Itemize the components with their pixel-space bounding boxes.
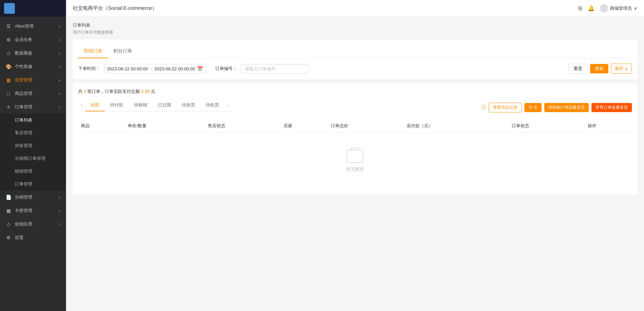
col-paid: 实付款（元）: [404, 119, 509, 133]
sidebar-item-promo[interactable]: ◇ 促销应用 ∨: [0, 217, 66, 231]
expand-button[interactable]: 展开 ∨: [611, 64, 632, 74]
status-tab-all[interactable]: 全部: [85, 99, 105, 111]
dashboard-icon: ◇: [5, 50, 11, 56]
chevron-down-expand-icon: ∨: [625, 66, 628, 71]
status-tabs: ‹ 全部 待付款 待核销 已过期 待发货 待收货 ›: [78, 99, 231, 111]
summary-suffix: 元: [151, 89, 155, 94]
sidebar-item-albot[interactable]: ☰ Albot管理 ∨: [0, 20, 66, 33]
submenu-item-cancel[interactable]: 核销管理: [0, 165, 66, 178]
sidebar-item-supply[interactable]: ▦ 供货管理 ∨: [0, 73, 66, 87]
distribution-icon: 📄: [5, 195, 11, 200]
status-tabs-next-btn[interactable]: ›: [224, 101, 231, 109]
user-menu[interactable]: 商城管理员 ∨: [600, 4, 637, 12]
col-after-sale: 售后状态: [205, 119, 281, 133]
date-start: 2023-06-22 00:00:00: [107, 66, 148, 71]
card-icon: ▦: [5, 208, 11, 213]
table-header: 商品 单价/数量 售后状态 买家 订单总价 实付款（元） 订单状态 操作: [78, 119, 632, 133]
order-count: 0: [84, 89, 86, 94]
date-end: 2023-09-22 00:00:00: [154, 66, 195, 71]
submenu-item-order-manage[interactable]: 订单管理: [0, 178, 66, 191]
chevron-down-icon-3: ∨: [58, 51, 61, 55]
chevron-down-icon-5: ∨: [58, 78, 61, 82]
empty-row: 暂无数据: [78, 133, 632, 189]
tab-marketing[interactable]: 营销订单: [78, 45, 108, 58]
order-table: 商品 单价/数量 售后状态 买家 订单总价 实付款（元） 订单状态 操作: [78, 119, 632, 189]
status-tab-expired[interactable]: 已过期: [153, 99, 176, 111]
sidebar-item-distribution-label: 分销管理: [15, 194, 32, 200]
calendar-icon: 📅: [197, 66, 203, 71]
content-area: 订单列表 用户订单详尽数据查看 营销订单 积分订单 下单时间： 2023-06-…: [66, 17, 644, 311]
sidebar-item-custom[interactable]: 🎨 个性装修 ∨: [0, 60, 66, 73]
order-no-label: 订单编号：: [215, 66, 237, 72]
tab-points[interactable]: 积分订单: [108, 45, 137, 58]
product-icon: □: [5, 91, 11, 96]
username: 商城管理员: [610, 5, 632, 11]
date-label: 下单时间：: [78, 66, 100, 72]
col-unit-qty: 单价/数量: [125, 119, 205, 133]
status-tab-pending-audit[interactable]: 待核销: [129, 99, 153, 111]
chevron-down-icon-9: ∨: [58, 222, 61, 226]
grid-icon[interactable]: ⊞: [578, 5, 582, 11]
sidebar-logo-icon: [4, 3, 15, 14]
info-icon: ⓘ: [481, 104, 486, 110]
member-icon: ⚙: [5, 37, 11, 42]
sidebar-item-product[interactable]: □ 商品管理 ∨: [0, 87, 66, 100]
chevron-down-icon-7: ∨: [58, 196, 61, 199]
col-action: 操作: [585, 119, 632, 133]
sidebar: 社交电商平台（Social E-commerce） ☰ Albot管理 ∨ ⚙ …: [0, 0, 66, 311]
app-title: 社交电商平台（Social E-commerce）: [73, 5, 157, 11]
col-product: 商品: [78, 119, 125, 133]
sidebar-item-card[interactable]: ▦ 卡密管理 ∨: [0, 204, 66, 217]
status-tab-pending-pay[interactable]: 待付款: [105, 99, 129, 111]
albot-icon: ☰: [5, 24, 11, 29]
order-list-card: 共 0 笔订单，订单实际支付总额 0.00 元 ‹ 全部 待付款 待核销 已过期…: [73, 83, 637, 195]
avatar: [600, 4, 608, 12]
promo-icon: ◇: [5, 221, 11, 227]
date-range-picker[interactable]: 2023-06-22 00:00:00 ~ 2023-09-22 00:00:0…: [104, 64, 206, 73]
submenu-item-after-sale[interactable]: 售后管理: [0, 127, 66, 139]
status-tab-pending-ship[interactable]: 待发货: [176, 99, 200, 111]
order-submenu: 订单列表 售后管理 评价管理 分销商订单管理 核销管理 订单管理: [0, 114, 66, 191]
summary-middle: 笔订单，订单实际支付总额: [87, 89, 140, 94]
empty-state: 暂无数据: [81, 136, 629, 186]
order-no-input[interactable]: [241, 64, 309, 73]
topbar: 社交电商平台（Social E-commerce） ⊞ 🔔 商城管理员 ∨: [66, 0, 644, 17]
supply-icon: ▦: [5, 77, 11, 83]
main-tabs: 营销订单 积分订单: [78, 45, 632, 58]
chevron-up-icon: ∧: [58, 105, 61, 109]
settings-icon: ⚙: [5, 235, 11, 240]
col-total: 订单总价: [328, 119, 404, 133]
chevron-down-icon-6: ∨: [58, 92, 61, 96]
sidebar-item-order[interactable]: ≡ 订单管理 ∧: [0, 100, 66, 114]
sidebar-item-distribution[interactable]: 📄 分销管理 ∨: [0, 191, 66, 204]
submenu-item-review[interactable]: 评价管理: [0, 139, 66, 152]
sidebar-item-dashboard[interactable]: ◇ 数据看板 ∨: [0, 46, 66, 60]
sidebar-item-member[interactable]: ⚙ 会员任务 ∨: [0, 33, 66, 46]
sidebar-item-custom-label: 个性装修: [15, 64, 32, 70]
sidebar-item-settings-label: 设置: [15, 235, 24, 241]
flash-ship-button[interactable]: 零售订单批量发货: [591, 103, 632, 112]
status-tabs-prev-btn[interactable]: ‹: [78, 101, 85, 109]
export-button[interactable]: 导 出: [524, 103, 542, 112]
search-button[interactable]: 搜索: [590, 64, 608, 73]
order-summary: 共 0 笔订单，订单实际支付总额 0.00 元: [78, 89, 632, 95]
empty-text: 暂无数据: [346, 166, 364, 172]
sidebar-header: 社交电商平台（Social E-commerce）: [0, 0, 66, 17]
reset-button[interactable]: 重置: [569, 64, 587, 74]
tabs-card: 营销订单 积分订单 下单时间： 2023-06-22 00:00:00 ~ 20…: [73, 39, 637, 79]
sidebar-item-member-label: 会员任务: [15, 37, 32, 43]
col-buyer: 买家: [281, 119, 328, 133]
status-tab-pending-receive[interactable]: 待收货: [200, 99, 224, 111]
submenu-item-distributor-order[interactable]: 分销商订单管理: [0, 152, 66, 165]
total-amount: 0.00: [141, 89, 150, 94]
sidebar-item-supply-label: 供货管理: [15, 77, 32, 83]
col-status: 订单状态: [509, 119, 585, 133]
bell-icon[interactable]: 🔔: [588, 5, 594, 11]
submenu-item-order-list[interactable]: 订单列表: [0, 114, 66, 127]
breadcrumb: 订单列表: [73, 22, 637, 28]
view-export-button[interactable]: 查看导出记录: [489, 103, 522, 112]
bulk-ship-button[interactable]: 周期购订单批量发货: [544, 103, 589, 112]
sub-breadcrumb: 用户订单详尽数据查看: [73, 30, 637, 35]
sidebar-nav: ☰ Albot管理 ∨ ⚙ 会员任务 ∨ ◇ 数据看板 ∨ 🎨 个性装修: [0, 17, 66, 311]
sidebar-item-settings[interactable]: ⚙ 设置: [0, 231, 66, 244]
